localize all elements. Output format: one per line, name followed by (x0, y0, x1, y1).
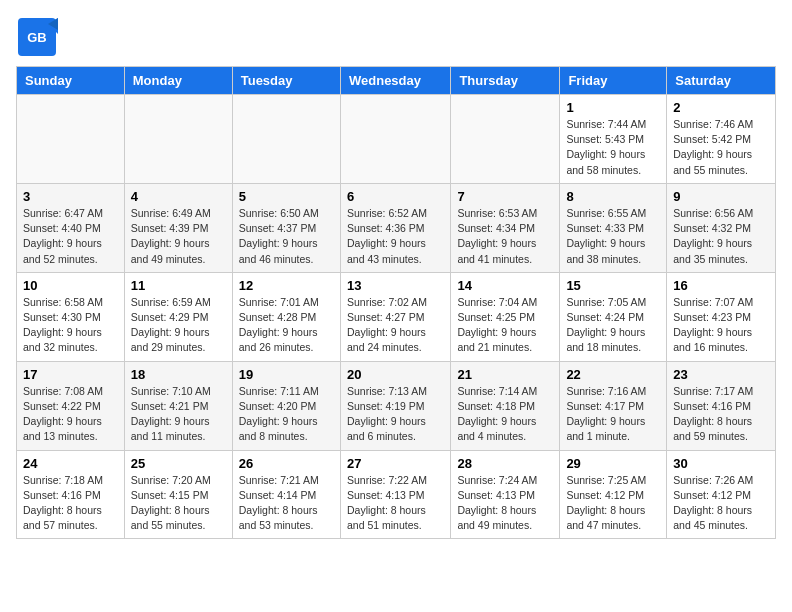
calendar-day: 4Sunrise: 6:49 AM Sunset: 4:39 PM Daylig… (124, 183, 232, 272)
calendar-day (17, 95, 125, 184)
day-number: 3 (23, 189, 118, 204)
day-number: 1 (566, 100, 660, 115)
calendar-day: 11Sunrise: 6:59 AM Sunset: 4:29 PM Dayli… (124, 272, 232, 361)
page-header: GB (16, 16, 776, 58)
day-number: 28 (457, 456, 553, 471)
calendar-day: 18Sunrise: 7:10 AM Sunset: 4:21 PM Dayli… (124, 361, 232, 450)
svg-text:GB: GB (27, 30, 47, 45)
column-header-wednesday: Wednesday (340, 67, 450, 95)
day-number: 23 (673, 367, 769, 382)
day-info: Sunrise: 7:18 AM Sunset: 4:16 PM Dayligh… (23, 473, 118, 534)
calendar-header-row: SundayMondayTuesdayWednesdayThursdayFrid… (17, 67, 776, 95)
calendar-day: 15Sunrise: 7:05 AM Sunset: 4:24 PM Dayli… (560, 272, 667, 361)
calendar-day: 28Sunrise: 7:24 AM Sunset: 4:13 PM Dayli… (451, 450, 560, 539)
day-info: Sunrise: 7:07 AM Sunset: 4:23 PM Dayligh… (673, 295, 769, 356)
day-number: 7 (457, 189, 553, 204)
calendar-day: 29Sunrise: 7:25 AM Sunset: 4:12 PM Dayli… (560, 450, 667, 539)
day-info: Sunrise: 7:20 AM Sunset: 4:15 PM Dayligh… (131, 473, 226, 534)
day-info: Sunrise: 7:11 AM Sunset: 4:20 PM Dayligh… (239, 384, 334, 445)
calendar-day: 30Sunrise: 7:26 AM Sunset: 4:12 PM Dayli… (667, 450, 776, 539)
day-info: Sunrise: 7:01 AM Sunset: 4:28 PM Dayligh… (239, 295, 334, 356)
day-info: Sunrise: 7:21 AM Sunset: 4:14 PM Dayligh… (239, 473, 334, 534)
day-info: Sunrise: 7:22 AM Sunset: 4:13 PM Dayligh… (347, 473, 444, 534)
calendar-day: 26Sunrise: 7:21 AM Sunset: 4:14 PM Dayli… (232, 450, 340, 539)
day-number: 29 (566, 456, 660, 471)
day-number: 4 (131, 189, 226, 204)
calendar-day: 9Sunrise: 6:56 AM Sunset: 4:32 PM Daylig… (667, 183, 776, 272)
day-number: 17 (23, 367, 118, 382)
calendar-day: 1Sunrise: 7:44 AM Sunset: 5:43 PM Daylig… (560, 95, 667, 184)
calendar-day (232, 95, 340, 184)
column-header-sunday: Sunday (17, 67, 125, 95)
calendar-day: 2Sunrise: 7:46 AM Sunset: 5:42 PM Daylig… (667, 95, 776, 184)
day-info: Sunrise: 7:14 AM Sunset: 4:18 PM Dayligh… (457, 384, 553, 445)
day-number: 25 (131, 456, 226, 471)
day-number: 21 (457, 367, 553, 382)
day-number: 30 (673, 456, 769, 471)
day-info: Sunrise: 7:44 AM Sunset: 5:43 PM Dayligh… (566, 117, 660, 178)
day-number: 22 (566, 367, 660, 382)
day-number: 20 (347, 367, 444, 382)
calendar-day: 22Sunrise: 7:16 AM Sunset: 4:17 PM Dayli… (560, 361, 667, 450)
calendar-day: 21Sunrise: 7:14 AM Sunset: 4:18 PM Dayli… (451, 361, 560, 450)
column-header-friday: Friday (560, 67, 667, 95)
calendar-day: 24Sunrise: 7:18 AM Sunset: 4:16 PM Dayli… (17, 450, 125, 539)
day-number: 24 (23, 456, 118, 471)
day-info: Sunrise: 7:05 AM Sunset: 4:24 PM Dayligh… (566, 295, 660, 356)
day-info: Sunrise: 7:17 AM Sunset: 4:16 PM Dayligh… (673, 384, 769, 445)
logo-icon: GB (16, 16, 58, 58)
calendar-day: 25Sunrise: 7:20 AM Sunset: 4:15 PM Dayli… (124, 450, 232, 539)
day-number: 12 (239, 278, 334, 293)
calendar-week-row: 24Sunrise: 7:18 AM Sunset: 4:16 PM Dayli… (17, 450, 776, 539)
calendar-day: 6Sunrise: 6:52 AM Sunset: 4:36 PM Daylig… (340, 183, 450, 272)
calendar-day (451, 95, 560, 184)
column-header-saturday: Saturday (667, 67, 776, 95)
calendar-day: 10Sunrise: 6:58 AM Sunset: 4:30 PM Dayli… (17, 272, 125, 361)
calendar-day: 13Sunrise: 7:02 AM Sunset: 4:27 PM Dayli… (340, 272, 450, 361)
calendar-day: 19Sunrise: 7:11 AM Sunset: 4:20 PM Dayli… (232, 361, 340, 450)
calendar-week-row: 10Sunrise: 6:58 AM Sunset: 4:30 PM Dayli… (17, 272, 776, 361)
day-info: Sunrise: 7:24 AM Sunset: 4:13 PM Dayligh… (457, 473, 553, 534)
day-info: Sunrise: 6:55 AM Sunset: 4:33 PM Dayligh… (566, 206, 660, 267)
calendar-day: 17Sunrise: 7:08 AM Sunset: 4:22 PM Dayli… (17, 361, 125, 450)
day-info: Sunrise: 7:02 AM Sunset: 4:27 PM Dayligh… (347, 295, 444, 356)
day-info: Sunrise: 7:25 AM Sunset: 4:12 PM Dayligh… (566, 473, 660, 534)
day-info: Sunrise: 6:49 AM Sunset: 4:39 PM Dayligh… (131, 206, 226, 267)
day-number: 6 (347, 189, 444, 204)
day-number: 26 (239, 456, 334, 471)
day-number: 18 (131, 367, 226, 382)
calendar-week-row: 17Sunrise: 7:08 AM Sunset: 4:22 PM Dayli… (17, 361, 776, 450)
day-info: Sunrise: 6:53 AM Sunset: 4:34 PM Dayligh… (457, 206, 553, 267)
day-number: 10 (23, 278, 118, 293)
day-info: Sunrise: 6:58 AM Sunset: 4:30 PM Dayligh… (23, 295, 118, 356)
day-info: Sunrise: 6:59 AM Sunset: 4:29 PM Dayligh… (131, 295, 226, 356)
day-number: 19 (239, 367, 334, 382)
day-number: 16 (673, 278, 769, 293)
day-number: 9 (673, 189, 769, 204)
calendar-day: 14Sunrise: 7:04 AM Sunset: 4:25 PM Dayli… (451, 272, 560, 361)
day-info: Sunrise: 7:16 AM Sunset: 4:17 PM Dayligh… (566, 384, 660, 445)
column-header-thursday: Thursday (451, 67, 560, 95)
calendar-day (124, 95, 232, 184)
column-header-monday: Monday (124, 67, 232, 95)
day-info: Sunrise: 6:52 AM Sunset: 4:36 PM Dayligh… (347, 206, 444, 267)
day-number: 14 (457, 278, 553, 293)
day-number: 15 (566, 278, 660, 293)
day-info: Sunrise: 6:47 AM Sunset: 4:40 PM Dayligh… (23, 206, 118, 267)
calendar-day: 5Sunrise: 6:50 AM Sunset: 4:37 PM Daylig… (232, 183, 340, 272)
day-info: Sunrise: 7:10 AM Sunset: 4:21 PM Dayligh… (131, 384, 226, 445)
calendar-day: 12Sunrise: 7:01 AM Sunset: 4:28 PM Dayli… (232, 272, 340, 361)
day-number: 11 (131, 278, 226, 293)
column-header-tuesday: Tuesday (232, 67, 340, 95)
day-info: Sunrise: 7:46 AM Sunset: 5:42 PM Dayligh… (673, 117, 769, 178)
calendar-day: 23Sunrise: 7:17 AM Sunset: 4:16 PM Dayli… (667, 361, 776, 450)
day-info: Sunrise: 7:08 AM Sunset: 4:22 PM Dayligh… (23, 384, 118, 445)
day-info: Sunrise: 6:50 AM Sunset: 4:37 PM Dayligh… (239, 206, 334, 267)
logo: GB (16, 16, 60, 58)
calendar-week-row: 3Sunrise: 6:47 AM Sunset: 4:40 PM Daylig… (17, 183, 776, 272)
calendar-day: 3Sunrise: 6:47 AM Sunset: 4:40 PM Daylig… (17, 183, 125, 272)
calendar-day: 8Sunrise: 6:55 AM Sunset: 4:33 PM Daylig… (560, 183, 667, 272)
calendar-day: 27Sunrise: 7:22 AM Sunset: 4:13 PM Dayli… (340, 450, 450, 539)
day-info: Sunrise: 6:56 AM Sunset: 4:32 PM Dayligh… (673, 206, 769, 267)
day-number: 2 (673, 100, 769, 115)
